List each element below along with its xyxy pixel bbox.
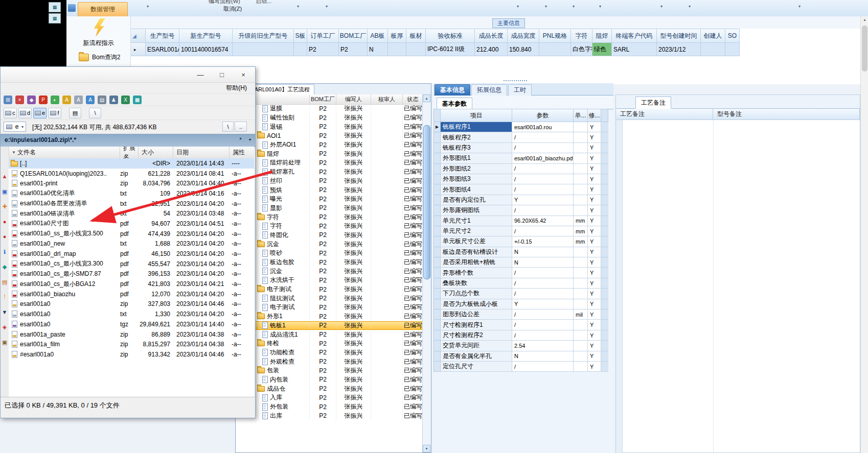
grid-column-header[interactable]: 验收标准 (426, 29, 475, 43)
chevron-down-icon[interactable]: ▾ (660, 4, 663, 9)
param-row[interactable]: 叠板块数/Y (433, 278, 608, 289)
params-column-header[interactable]: 参数 (512, 109, 574, 122)
side-icon-2[interactable]: ▣ (1, 188, 8, 195)
side-icon-6[interactable]: ℹ (1, 248, 8, 255)
param-row[interactable]: 定位孔尺寸/Y (433, 362, 608, 372)
param-value[interactable]: 96.20X65.42 (512, 216, 574, 226)
process-row[interactable]: 功能检查P2张振兴已编写 (236, 348, 424, 357)
side-icon-10[interactable]: ▼ (1, 308, 8, 316)
grid-cell[interactable] (233, 43, 294, 56)
grid-column-header[interactable]: 板材 (406, 29, 426, 43)
grid-column-header[interactable]: 订单工厂 (307, 29, 339, 43)
file-row[interactable]: esarl001a0txt1,3302023/01/14 04:20-a-- (9, 309, 254, 319)
chevron-down-icon[interactable]: ▾ (798, 4, 801, 9)
grid-cell[interactable]: 绿色 (592, 43, 612, 56)
terminal-icon-1[interactable]: ▦ (49, 2, 61, 12)
chevron-down-icon[interactable]: ▾ (147, 4, 149, 9)
file-row[interactable]: esarl001a0各层更改清单txt22,9512023/01/14 04:2… (9, 199, 254, 209)
view-icon[interactable]: ⊞ (4, 96, 12, 104)
process-row[interactable]: 沉金P2张振兴已编写 (236, 240, 424, 249)
file-row[interactable]: esarl001a0尺寸图pdf94,6072023/01/14 04:51-a… (9, 219, 254, 229)
param-value[interactable]: / (512, 143, 574, 153)
grid-column-header[interactable]: 板厚 (388, 29, 406, 43)
file-row[interactable]: esarl001a0_cs_最小BGA12pdf421,8032023/01/1… (9, 279, 254, 289)
tab-info[interactable]: 拓展信息 (471, 84, 507, 96)
drive-button-d[interactable]: d (18, 108, 32, 118)
param-value[interactable]: / (512, 226, 574, 236)
cancel-menu-item[interactable]: 取消(Z) (223, 5, 242, 13)
chevron-down-icon[interactable]: ▾ (599, 4, 601, 9)
side-icon-7[interactable]: ◆ (1, 263, 8, 270)
grid-column-header[interactable]: 型号创建时间 (657, 29, 701, 43)
param-row[interactable]: 外形图纸3/Y (433, 174, 608, 184)
chevron-down-icon[interactable]: ▾ (573, 4, 575, 9)
param-value[interactable]: / (512, 184, 574, 195)
file-row[interactable]: esarl001a0优化清单txt1092023/01/14 04:16-a-- (9, 188, 254, 199)
process-row[interactable]: 电子测试P2张振兴已编写 (236, 303, 424, 312)
param-row[interactable]: 交货单元间距2.54Y (433, 341, 608, 351)
param-row[interactable]: 是否采用粗铣+精铣NY (433, 257, 608, 268)
process-row[interactable]: 阻焊P2张振兴已编写 (236, 149, 424, 158)
close-icon[interactable]: × (233, 67, 254, 82)
param-value[interactable]: / (512, 309, 574, 320)
param-value[interactable]: / (512, 132, 574, 142)
font-gray-icon[interactable]: A (74, 96, 83, 104)
process-row[interactable]: 铣板1P2张振兴已编写 (236, 321, 424, 330)
process-row[interactable]: 阻抗测试P2张振兴已编写 (236, 294, 424, 303)
grid-column-header[interactable]: 成品长度 (475, 29, 508, 43)
process-row[interactable]: 预烘P2张振兴已编写 (236, 185, 424, 195)
process-row[interactable]: 成品清洗1P2张振兴已编写 (236, 330, 424, 339)
grid-cell[interactable]: IPC-6012 II级 (426, 43, 475, 56)
param-value[interactable]: esarl001a0_biaozhu.pdf (512, 153, 574, 163)
process-row[interactable]: 外层AOI1P2张振兴已编写 (236, 140, 424, 150)
param-value[interactable]: / (512, 174, 574, 184)
process-flow-scrollbar[interactable]: ▲ ▼ (422, 94, 431, 452)
process-row[interactable]: 阻焊塞孔P2张振兴已编写 (236, 168, 424, 177)
params-column-header[interactable]: 项目 (441, 109, 512, 122)
file-row[interactable]: esarl001a0tgz29,849,6212023/01/14 14:40-… (9, 319, 254, 329)
param-value[interactable]: / (512, 362, 574, 372)
process-row[interactable]: 终固化P2张振兴已编写 (236, 231, 424, 240)
param-value[interactable]: / (512, 205, 574, 216)
process-row[interactable]: 外观检查P2张振兴已编写 (236, 357, 424, 366)
net-drive-button[interactable]: ▤ (69, 108, 81, 118)
grid-cell[interactable]: SARL (612, 43, 657, 56)
grid-column-header[interactable]: 成品宽度 (508, 29, 539, 43)
chevron-down-icon[interactable]: ▾ (689, 4, 691, 9)
file-row[interactable]: esarl001a_filmzip8,815,2972023/01/14 04:… (9, 339, 254, 349)
process-row[interactable]: 退锡P2张振兴已编写 (236, 122, 424, 131)
param-row[interactable]: 外形图纸2/Y (433, 164, 608, 174)
process-row[interactable]: 内包装P2张振兴已编写 (236, 375, 424, 385)
param-row[interactable]: 单元尺寸2/mmY (433, 226, 608, 236)
maximize-icon[interactable]: □ (211, 67, 233, 82)
grid-cell[interactable] (725, 43, 740, 56)
param-row[interactable]: 是否为大板铣成小板YY (433, 299, 608, 309)
param-row[interactable]: 是否有金属化半孔NY (433, 351, 608, 362)
process-row[interactable]: 电子测试P2张振兴已编写 (236, 285, 424, 294)
param-row[interactable]: 外形图纸1esarl001a0_biaozhu.pdfY (433, 153, 608, 163)
drive-button-c[interactable]: c (4, 108, 17, 118)
file-list-column-header[interactable]: 扩展名 (120, 147, 139, 158)
side-icon-8[interactable]: ▤ (1, 278, 8, 285)
file-row[interactable]: esarl001a0zip327,8032023/01/14 04:46-a-- (9, 299, 254, 309)
process-row[interactable]: 包装P2张振兴已编写 (236, 366, 424, 375)
param-row[interactable]: 下刀点总个数/Y (433, 289, 608, 299)
params-column-header[interactable]: 修... (588, 109, 601, 122)
grid-column-header[interactable]: 新生产型号 (179, 29, 233, 43)
tab-data-management[interactable]: 数据管理 (78, 2, 128, 16)
process-column-header[interactable]: 编写人 (336, 94, 371, 104)
side-icon-9[interactable]: ! (1, 293, 8, 300)
excel-icon[interactable]: X (121, 96, 130, 104)
grid-cell[interactable]: 10011400016574 (179, 43, 233, 56)
scrollbar-thumb[interactable] (423, 125, 430, 279)
scroll-up-icon[interactable]: ▲ (861, 18, 868, 21)
drive-button-e[interactable]: e (33, 108, 47, 118)
grid-column-header[interactable]: 升级前旧生产型号 (233, 29, 294, 43)
shield-icon[interactable]: ◆ (27, 96, 36, 104)
grid-cell[interactable]: N (368, 43, 388, 56)
param-row[interactable]: 外形图纸4/Y (433, 184, 608, 195)
file-row[interactable]: esarl001a_pastezip86,8892023/01/14 04:38… (9, 329, 254, 340)
clock-icon[interactable]: ◐ (51, 96, 59, 104)
param-row[interactable]: 铣板程序2/Y (433, 132, 608, 142)
grid-column-header[interactable]: 终端客户代码 (612, 29, 657, 43)
